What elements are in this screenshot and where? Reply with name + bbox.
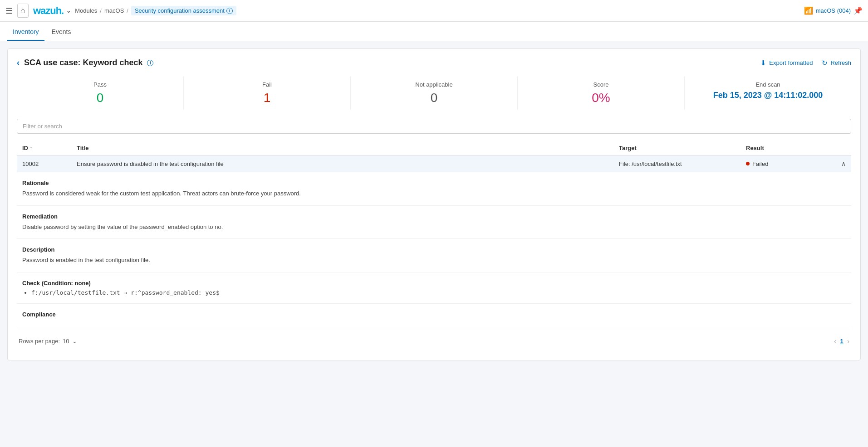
- card-header: ‹ SCA use case: Keyword check i ⬇ Export…: [17, 58, 851, 68]
- detail-rationale: Rationale Password is considered weak fo…: [17, 172, 851, 206]
- row-result: Failed ∧: [746, 160, 846, 167]
- col-result[interactable]: Result: [746, 145, 846, 151]
- card-info-icon[interactable]: i: [147, 60, 153, 66]
- top-nav: ☰ ⌂ wazuh. ⌄ Modules / macOS / Security …: [0, 0, 868, 22]
- card-header-left: ‹ SCA use case: Keyword check i: [17, 58, 153, 68]
- result-dot: [746, 162, 750, 165]
- current-page: 1: [840, 338, 843, 345]
- stat-endscan: End scan Feb 15, 2023 @ 14:11:02.000: [685, 77, 851, 110]
- breadcrumb-modules[interactable]: Modules: [75, 7, 97, 14]
- export-button[interactable]: ⬇ Export formatted: [760, 59, 813, 67]
- rows-per-page-value: 10: [63, 338, 69, 345]
- pagination: ‹ 1 ›: [834, 337, 849, 345]
- row-id: 10002: [22, 160, 77, 167]
- breadcrumb-macos[interactable]: macOS: [104, 7, 124, 14]
- tab-events[interactable]: Events: [46, 22, 77, 41]
- pass-value: 0: [21, 91, 179, 105]
- description-label: Description: [22, 246, 846, 253]
- stat-fail: Fail 1: [184, 77, 351, 110]
- row-title: Ensure password is disabled in the test …: [77, 160, 619, 167]
- card-header-right: ⬇ Export formatted ↻ Refresh: [760, 59, 851, 67]
- tab-inventory[interactable]: Inventory: [7, 22, 44, 41]
- hamburger-icon[interactable]: ☰: [5, 6, 13, 16]
- next-page-button[interactable]: ›: [847, 337, 849, 345]
- logo-text: wazuh.: [33, 5, 64, 17]
- score-value: 0%: [522, 91, 680, 105]
- check-label: Check (Condition: none): [22, 280, 846, 287]
- endscan-value: Feb 15, 2023 @ 14:11:02.000: [689, 91, 847, 100]
- result-badge: Failed: [746, 160, 768, 167]
- main-content: ‹ SCA use case: Keyword check i ⬇ Export…: [0, 41, 868, 368]
- breadcrumb: Modules / macOS / Security configuration…: [75, 6, 236, 15]
- back-button[interactable]: ‹: [17, 58, 20, 68]
- row-collapse-icon[interactable]: ∧: [841, 160, 846, 167]
- remediation-label: Remediation: [22, 213, 846, 220]
- table-row[interactable]: 10002 Ensure password is disabled in the…: [17, 155, 851, 172]
- rationale-label: Rationale: [22, 180, 846, 186]
- col-id[interactable]: ID ↑: [22, 145, 77, 151]
- export-icon: ⬇: [760, 59, 766, 67]
- stats-row: Pass 0 Fail 1 Not applicable 0 Score 0% …: [17, 77, 851, 110]
- table-footer: Rows per page: 10 ⌄ ‹ 1 ›: [17, 332, 851, 351]
- rows-per-page[interactable]: Rows per page: 10 ⌄: [19, 338, 77, 345]
- wifi-icon: 📶: [804, 6, 813, 15]
- breadcrumb-sep-2: /: [127, 7, 128, 14]
- main-card: ‹ SCA use case: Keyword check i ⬇ Export…: [7, 49, 861, 360]
- description-text: Password is enabled in the test configur…: [22, 256, 846, 265]
- detail-remediation: Remediation Disable password by setting …: [17, 206, 851, 239]
- logo-chevron-icon[interactable]: ⌄: [66, 8, 70, 14]
- remediation-text: Disable password by setting the value of…: [22, 223, 846, 232]
- stat-na: Not applicable 0: [351, 77, 518, 110]
- rows-per-page-label: Rows per page:: [19, 338, 60, 345]
- detail-description: Description Password is enabled in the t…: [17, 239, 851, 272]
- refresh-button[interactable]: ↻ Refresh: [822, 59, 851, 67]
- result-text: Failed: [752, 160, 768, 167]
- tabs-bar: Inventory Events: [0, 22, 868, 41]
- col-title[interactable]: Title: [77, 145, 619, 151]
- agent-label: macOS (004): [816, 7, 851, 14]
- prev-page-button[interactable]: ‹: [834, 337, 836, 345]
- breadcrumb-sep-1: /: [100, 7, 102, 14]
- pass-label: Pass: [21, 81, 179, 88]
- rationale-text: Password is considered weak for the cust…: [22, 189, 846, 198]
- compliance-label: Compliance: [22, 311, 846, 318]
- sca-info-icon[interactable]: i: [226, 8, 233, 14]
- na-label: Not applicable: [355, 81, 513, 88]
- card-title: SCA use case: Keyword check: [24, 58, 142, 68]
- filter-bar[interactable]: Filter or search: [17, 119, 851, 134]
- stat-score: Score 0%: [518, 77, 685, 110]
- score-label: Score: [522, 81, 680, 88]
- endscan-label: End scan: [689, 81, 847, 88]
- breadcrumb-sca[interactable]: Security configuration assessment i: [131, 6, 236, 15]
- table-header: ID ↑ Title Target Result: [17, 141, 851, 155]
- fail-label: Fail: [188, 81, 346, 88]
- col-target[interactable]: Target: [619, 145, 746, 151]
- rows-per-page-chevron-icon: ⌄: [72, 338, 77, 345]
- pin-icon[interactable]: 📌: [853, 6, 863, 15]
- fail-value: 1: [188, 91, 346, 105]
- stat-pass: Pass 0: [17, 77, 184, 110]
- refresh-icon: ↻: [822, 59, 828, 67]
- detail-compliance: Compliance: [17, 304, 851, 328]
- logo: wazuh. ⌄: [33, 5, 70, 17]
- check-item: f:/usr/local/testfile.txt → r:^password_…: [31, 289, 846, 296]
- home-icon[interactable]: ⌂: [17, 4, 29, 18]
- detail-check: Check (Condition: none) f:/usr/local/tes…: [17, 272, 851, 304]
- sort-asc-icon: ↑: [30, 146, 32, 151]
- agent-badge[interactable]: 📶 macOS (004) 📌: [804, 6, 863, 15]
- na-value: 0: [355, 91, 513, 105]
- row-target: File: /usr/local/testfile.txt: [619, 160, 746, 167]
